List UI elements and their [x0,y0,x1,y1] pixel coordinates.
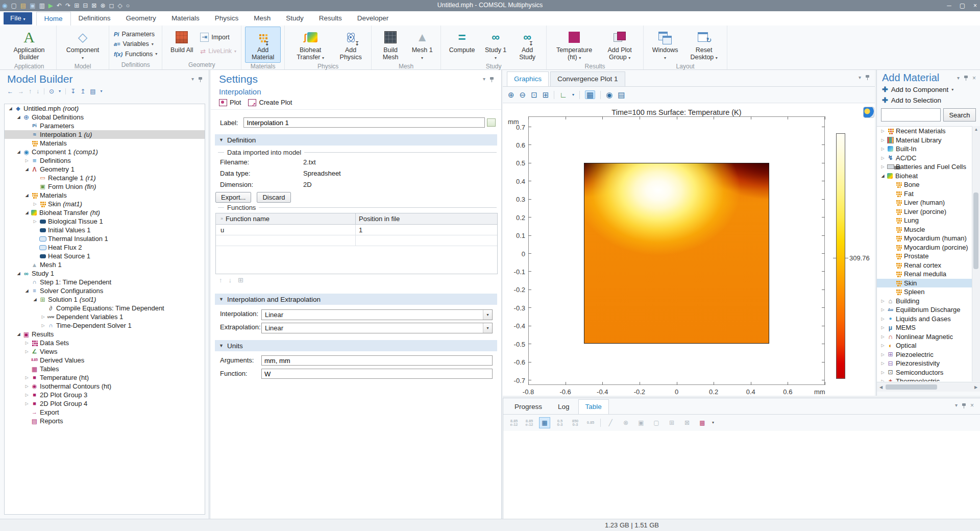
tree-item[interactable]: Heat Source 1 [5,252,205,260]
add-physics-button[interactable]: ↧ Add Physics [334,27,368,63]
color-table-menu-icon[interactable]: ▾ [712,421,714,425]
minimize-icon[interactable]: ─ [947,3,951,9]
expand-arrow-icon[interactable]: ▷ [32,219,38,224]
panel-menu-icon[interactable]: ▾ [191,77,194,82]
tree-item[interactable]: ▷Views [5,347,205,356]
forward-icon[interactable]: → [18,88,24,94]
zoom-out-icon[interactable]: ⊖ [520,91,526,99]
move-down-icon[interactable]: ↓ [36,88,39,94]
view-menu-icon[interactable]: ▾ [572,93,574,97]
expand-arrow-icon[interactable]: ▷ [23,375,30,380]
go-to-view-icon[interactable]: ∟ [559,91,567,99]
tree-item[interactable]: ▷2D Plot Group 4 [5,399,205,408]
move-down-icon[interactable]: ↓ [229,277,232,283]
tree-item[interactable]: ▷Nonlinear Magnetic [877,332,972,342]
zoom-extents-icon[interactable]: ⊞ [543,91,549,99]
ribbon-tab-geometry[interactable]: Geometry [118,12,164,26]
tree-item[interactable]: Liver (human) [877,198,972,207]
label-input[interactable] [243,117,484,128]
expand-arrow-icon[interactable]: ▷ [32,202,38,206]
add-plot-group-button[interactable]: Add Plot Group ▾ [600,27,640,63]
show-menu-icon[interactable]: ▾ [59,89,61,93]
tree-item[interactable]: ▷Batteries and Fuel Cells [877,162,972,172]
collapse-arrow-icon[interactable]: ◢ [15,150,22,154]
material-list-hscrollbar[interactable]: ◀ ▶ [877,382,980,392]
tree-item[interactable]: ▷Building [877,297,972,306]
tree-item[interactable]: ◢Bioheat Transfer(ht) [5,208,205,217]
tree-item[interactable]: Step 1: Time Dependent [5,278,205,286]
tree-item[interactable]: Liver (porcine) [877,207,972,216]
close-icon[interactable]: × [973,3,977,9]
move-up-icon[interactable]: ↑ [219,277,223,283]
build-mesh-button[interactable]: Build Mesh [375,27,406,63]
tree-item[interactable]: Skin [877,279,972,288]
back-icon[interactable]: ← [7,88,13,94]
tree-item[interactable]: ▷Liquids and Gases [877,315,972,324]
comsol-logo-icon[interactable] [863,107,874,118]
expand-arrow-icon[interactable]: ▷ [879,129,886,133]
tree-item[interactable]: ▷2D Plot Group 3 [5,391,205,399]
discard-button[interactable]: Discard [257,192,290,203]
panel-menu-icon[interactable]: ▾ [957,76,960,81]
functions-table-row[interactable]: u 1 [216,225,497,235]
file-button[interactable]: File ▾ [4,12,32,25]
expand-arrow-icon[interactable]: ▷ [879,156,886,160]
variables-button[interactable]: a=Variables▾ [114,40,157,47]
add-to-component-button[interactable]: ✚ Add to Component ▾ [877,84,980,94]
percentage-icon[interactable]: 0.85 [585,417,596,428]
tree-item[interactable]: ▷Thermoelectric [877,377,972,381]
collapse-all-icon[interactable]: ↥ [80,88,85,94]
tree-item[interactable]: Renal medulla [877,270,972,279]
rename-icon[interactable] [487,118,496,127]
tree-item[interactable]: ▷Semiconductors [877,368,972,377]
bioheat-transfer-button[interactable]: ʃ Bioheat Transfer ▾ [288,27,332,63]
expand-arrow-icon[interactable]: ▷ [23,349,30,354]
tree-item[interactable]: ◢Untitled.mph(root) [5,104,205,113]
tree-item[interactable]: Muscle [877,225,972,234]
show-icon[interactable]: ⊙ [49,88,54,94]
arguments-input[interactable] [261,355,493,366]
scroll-right-icon[interactable]: ▶ [972,385,980,390]
tree-item[interactable]: Initial Values 1 [5,226,205,234]
expand-arrow-icon[interactable]: ▷ [23,384,30,389]
tab-graphics[interactable]: Graphics [507,71,549,86]
decimal-icon[interactable]: 8500-3 [570,417,581,428]
ribbon-tab-study[interactable]: Study [278,12,311,26]
expand-arrow-icon[interactable]: ▷ [23,393,30,397]
livelink-button[interactable]: ⇄LiveLink▾ [200,47,236,55]
ribbon-tab-physics[interactable]: Physics [207,12,247,26]
mesh-1-button[interactable]: ▲ Mesh 1 ▾ [407,27,437,63]
tree-item[interactable]: ▷Material Library [877,136,972,145]
tree-item[interactable]: ◢Global Definitions [5,113,205,122]
ribbon-tab-home[interactable]: Home [36,12,71,26]
zoom-in-icon[interactable]: ⊕ [508,91,514,99]
scientific-icon[interactable]: 8.85e-12 [524,417,535,428]
close-icon[interactable]: × [972,75,976,81]
import-button[interactable]: ⇥Import [200,33,236,42]
tree-item[interactable]: Thermal Insulation 1 [5,234,205,243]
expand-arrow-icon[interactable]: ▷ [879,138,886,142]
extrapolation-select[interactable]: Linear▾ [261,323,493,333]
full-precision-icon[interactable]: ▦ [539,417,550,428]
scrollbar-thumb[interactable] [973,192,978,269]
expand-arrow-icon[interactable]: ▷ [879,317,886,321]
application-builder-button[interactable]: A Application Builder [6,27,53,63]
table-outline-icon[interactable]: ▢ [651,417,662,428]
definition-section-header[interactable]: ▼ Definition [215,134,497,146]
panel-menu-icon[interactable]: ▾ [955,403,958,408]
engineering-icon[interactable]: 0.50-3 [554,417,566,428]
build-all-button[interactable]: Build All [166,27,198,61]
tree-item[interactable]: Interpolation 1(u) [5,130,205,139]
expand-arrow-icon[interactable]: ▷ [40,315,46,319]
tree-item[interactable]: Form Union(fin) [5,182,205,191]
tree-item[interactable]: Prostate [877,252,972,261]
tree-item[interactable]: Parameters [5,122,205,130]
scroll-left-icon[interactable]: ◀ [877,385,885,390]
move-up-icon[interactable]: ↑ [29,88,32,94]
material-search-button[interactable]: Search [943,108,976,122]
expand-arrow-icon[interactable]: ▷ [879,343,886,348]
tree-item[interactable]: Bone [877,180,972,189]
tree-item[interactable]: ▷Piezoresistivity [877,359,972,368]
expand-arrow-icon[interactable]: ▷ [879,334,886,339]
windows-button[interactable]: Windows▾ [647,27,683,63]
